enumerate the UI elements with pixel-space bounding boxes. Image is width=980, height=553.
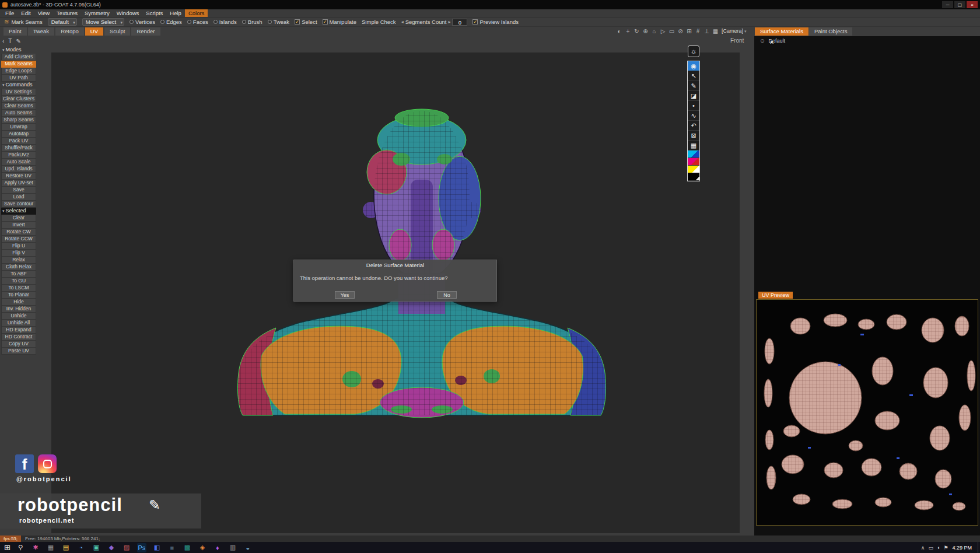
- selection-mode-radio[interactable]: Faces: [187, 19, 208, 25]
- purple-app-icon[interactable]: ♦: [213, 543, 222, 552]
- cursor-tool-icon[interactable]: ↖: [688, 71, 699, 81]
- sidebar-row[interactable]: Save contour: [1, 201, 36, 208]
- sidebar-row[interactable]: Flip U: [1, 243, 36, 250]
- nosymmetry-icon[interactable]: ⊘: [677, 28, 684, 34]
- uv-preview-tab[interactable]: UV Preview: [758, 292, 793, 299]
- menu-item[interactable]: View: [34, 9, 53, 17]
- browser-icon[interactable]: ◔: [76, 543, 86, 552]
- yes-button[interactable]: Yes: [335, 291, 355, 299]
- menu-item[interactable]: Symmetry: [81, 9, 113, 17]
- facebook-icon[interactable]: f: [15, 454, 34, 473]
- move-select-dropdown[interactable]: Move Select: [82, 18, 124, 26]
- swatch-black[interactable]: [688, 173, 699, 181]
- toolbar-checkbox[interactable]: Select: [295, 19, 317, 25]
- sidebar-row[interactable]: Inv. Hidden: [1, 306, 36, 313]
- sidebar-row[interactable]: To GU: [1, 278, 36, 285]
- knife-tool-icon[interactable]: ◪: [688, 91, 699, 101]
- room-tab[interactable]: Tweak: [28, 27, 54, 36]
- swatch-magenta-red[interactable]: [688, 158, 699, 166]
- instagram-icon[interactable]: [38, 454, 57, 473]
- room-tab[interactable]: UV: [85, 27, 103, 36]
- clock[interactable]: 4:29 PM: [952, 545, 972, 551]
- photos-app-icon[interactable]: ▨: [122, 543, 131, 552]
- chat-app-icon[interactable]: ◆: [107, 543, 116, 552]
- curve-tool-icon[interactable]: ∿: [688, 111, 699, 121]
- no-button[interactable]: No: [437, 291, 457, 299]
- light-bulb-icon[interactable]: ☼: [688, 46, 699, 57]
- sidebar-row[interactable]: Clear Seams: [1, 103, 36, 110]
- menu-item[interactable]: Edit: [18, 9, 34, 17]
- delete-tool-icon[interactable]: ⊠: [688, 131, 699, 141]
- sidebar-row[interactable]: Hide: [1, 299, 36, 306]
- sidebar-row[interactable]: PackUV2: [1, 152, 36, 159]
- sidebar-row[interactable]: Flip V: [1, 250, 36, 257]
- sidebar-row[interactable]: Apply UV-set: [1, 180, 36, 187]
- spinner-left-icon[interactable]: ◂: [401, 19, 404, 24]
- grid-icon[interactable]: ⊞: [686, 28, 692, 34]
- collapse-icon[interactable]: ‹: [2, 38, 4, 44]
- sidebar-row[interactable]: Add Clusters: [1, 54, 36, 61]
- sidebar-row[interactable]: Selected: [1, 208, 36, 215]
- move-icon[interactable]: +: [625, 28, 631, 34]
- pivot-icon[interactable]: ⊕: [642, 28, 649, 34]
- segments-count-value[interactable]: 0: [452, 19, 467, 26]
- menu-item[interactable]: Scripts: [142, 9, 166, 17]
- sidebar-row[interactable]: Clear: [1, 215, 36, 222]
- tray-expand-icon[interactable]: ∧: [921, 545, 925, 551]
- swatch-cyan-blue[interactable]: [688, 150, 699, 158]
- blue-app-icon[interactable]: ◧: [152, 543, 162, 552]
- tray-network-icon[interactable]: ⚑: [943, 545, 948, 551]
- sidebar-row[interactable]: Copy UV: [1, 341, 36, 348]
- start-button[interactable]: ⊞: [4, 543, 10, 552]
- sidebar-row[interactable]: UV Settings: [1, 89, 36, 96]
- sidebar-row[interactable]: To Planar: [1, 292, 36, 299]
- sidebar-row[interactable]: To ABF: [1, 271, 36, 278]
- right-panel-tab[interactable]: Surface Materials: [755, 27, 808, 36]
- ortho-icon[interactable]: ⊥: [704, 28, 710, 34]
- menu-item[interactable]: Textures: [53, 9, 81, 17]
- segments-count-spinner[interactable]: ◂ Segments Count ▸ 0: [401, 19, 468, 26]
- search-icon[interactable]: ⚲: [16, 543, 25, 552]
- spinner-right-icon[interactable]: ▸: [448, 19, 450, 24]
- dark-app-icon[interactable]: ▦: [46, 543, 55, 552]
- room-tab[interactable]: Paint: [4, 27, 27, 36]
- sidebar-row[interactable]: Modes: [1, 47, 36, 54]
- uv-preview-panel[interactable]: [756, 299, 978, 526]
- preset-dropdown[interactable]: Default: [48, 18, 77, 26]
- check-mode-label[interactable]: Simple Check: [362, 19, 396, 25]
- gray-app-icon[interactable]: ▥: [228, 543, 237, 552]
- swatch-yellow-white[interactable]: [688, 166, 699, 173]
- undo-icon[interactable]: ↶: [688, 121, 699, 131]
- close-button[interactable]: ×: [967, 1, 978, 8]
- sidebar-row[interactable]: Auto Scale: [1, 159, 36, 166]
- sidebar-row[interactable]: Unhide All: [1, 320, 36, 327]
- pen-tool-icon[interactable]: ✎: [688, 81, 699, 91]
- sidebar-row[interactable]: Shuffle/Pack: [1, 145, 36, 152]
- panel-icon[interactable]: ▦: [712, 28, 719, 34]
- mark-seams-tool[interactable]: ≋ Mark Seams: [4, 19, 43, 25]
- orange-app-icon[interactable]: ◈: [198, 543, 207, 552]
- rotate-icon[interactable]: ↻: [634, 28, 640, 34]
- sidebar-row[interactable]: Edge Loops: [1, 68, 36, 75]
- sidebar-row[interactable]: Unhide: [1, 313, 36, 320]
- sidebar-row[interactable]: Commands: [1, 82, 36, 89]
- sidebar-row[interactable]: Relax: [1, 257, 36, 264]
- sidebar-row[interactable]: Invert: [1, 222, 36, 229]
- sidebar-row[interactable]: AutoMap: [1, 131, 36, 138]
- dot-tool-icon[interactable]: •: [688, 101, 699, 111]
- selection-mode-radio[interactable]: Islands: [214, 19, 237, 25]
- maximize-button[interactable]: ▢: [954, 1, 965, 8]
- room-tab[interactable]: Sculpt: [104, 27, 130, 36]
- sidebar-row[interactable]: Restore UV: [1, 173, 36, 180]
- sidebar-row[interactable]: Cloth Relax: [1, 264, 36, 271]
- menu-item[interactable]: File: [2, 9, 18, 17]
- sidebar-row[interactable]: Upd. Islands: [1, 166, 36, 173]
- sidebar-row[interactable]: UV Path: [1, 75, 36, 82]
- teal-app-icon[interactable]: ▣: [92, 543, 101, 552]
- sidebar-row[interactable]: Unwrap: [1, 124, 36, 131]
- sidebar-row[interactable]: HD Contract: [1, 334, 36, 341]
- sidebar-row[interactable]: Load: [1, 194, 36, 201]
- snap-icon[interactable]: #: [695, 28, 701, 34]
- eye-icon[interactable]: ◉: [688, 61, 699, 71]
- play-icon[interactable]: ▷: [660, 28, 666, 34]
